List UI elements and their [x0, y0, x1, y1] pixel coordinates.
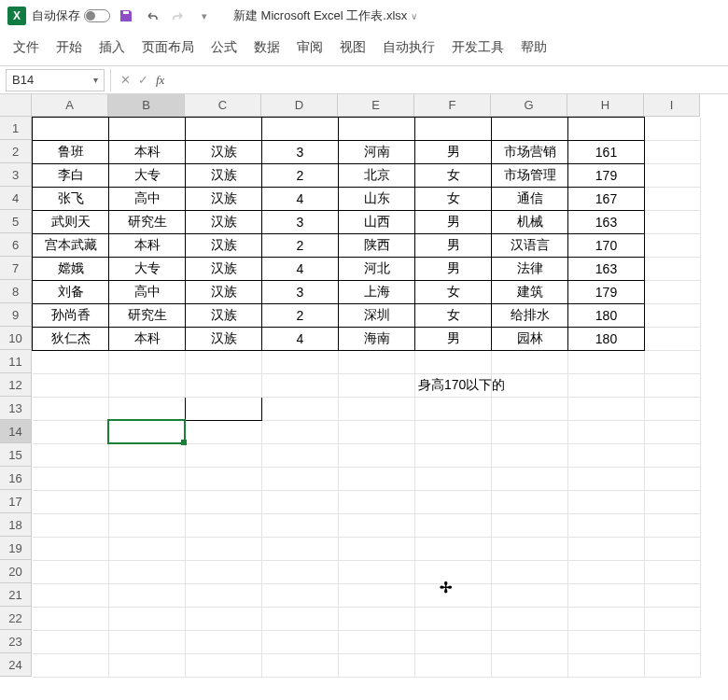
- cell[interactable]: 北京: [339, 164, 415, 188]
- cell[interactable]: [568, 421, 645, 444]
- cell[interactable]: [415, 491, 492, 514]
- cell[interactable]: [109, 584, 186, 608]
- cell[interactable]: [33, 491, 109, 514]
- cell[interactable]: [109, 444, 186, 468]
- cell[interactable]: [186, 491, 262, 514]
- row-header[interactable]: 3: [0, 163, 32, 187]
- cell[interactable]: [339, 491, 415, 514]
- cell[interactable]: [645, 444, 701, 468]
- cell[interactable]: [568, 538, 645, 561]
- cell[interactable]: [33, 351, 109, 374]
- tab-insert[interactable]: 插入: [99, 39, 125, 56]
- cell[interactable]: [645, 538, 701, 561]
- tab-help[interactable]: 帮助: [521, 39, 547, 56]
- cell[interactable]: 男: [415, 328, 492, 351]
- cell[interactable]: [645, 608, 701, 631]
- cell[interactable]: [645, 654, 701, 678]
- cell[interactable]: 山西: [339, 211, 415, 234]
- cell[interactable]: [645, 631, 701, 654]
- cell[interactable]: 179: [568, 281, 645, 304]
- cell[interactable]: [33, 421, 109, 444]
- cell[interactable]: [415, 398, 492, 421]
- cell[interactable]: [492, 538, 568, 561]
- cell[interactable]: [645, 468, 701, 491]
- row-header[interactable]: 15: [0, 443, 32, 467]
- tab-review[interactable]: 审阅: [297, 39, 323, 56]
- cell[interactable]: [645, 211, 701, 234]
- cell[interactable]: [492, 608, 568, 631]
- cell[interactable]: [109, 631, 186, 654]
- fx-icon[interactable]: fx: [152, 73, 168, 88]
- cell[interactable]: [568, 514, 645, 538]
- cell[interactable]: 陕西: [339, 234, 415, 258]
- cell[interactable]: [186, 351, 262, 374]
- cell[interactable]: 机械: [492, 211, 568, 234]
- cell[interactable]: [339, 468, 415, 491]
- cell[interactable]: [568, 444, 645, 468]
- cell[interactable]: [568, 374, 645, 398]
- cell[interactable]: [492, 468, 568, 491]
- cell[interactable]: [492, 514, 568, 538]
- cell[interactable]: [262, 351, 339, 374]
- sheet-grid[interactable]: 姓名学历民族学制籍贯性别专业身高鲁班本科汉族3河南男市场营销161李白大专汉族2…: [32, 117, 701, 678]
- cell[interactable]: 大专: [109, 164, 186, 188]
- cell[interactable]: [568, 491, 645, 514]
- row-header[interactable]: 2: [0, 140, 32, 163]
- cell[interactable]: 2: [262, 304, 339, 328]
- cell[interactable]: [645, 141, 701, 164]
- row-header[interactable]: 5: [0, 210, 32, 233]
- cell[interactable]: [33, 398, 109, 421]
- cell[interactable]: [339, 421, 415, 444]
- cell[interactable]: [339, 631, 415, 654]
- cell[interactable]: [645, 398, 701, 421]
- cell[interactable]: 武则天: [33, 211, 109, 234]
- row-header[interactable]: 24: [0, 653, 32, 677]
- cell[interactable]: [262, 491, 339, 514]
- cell[interactable]: [415, 654, 492, 678]
- cell[interactable]: [109, 351, 186, 374]
- cell[interactable]: [645, 164, 701, 188]
- cell[interactable]: 男: [415, 234, 492, 258]
- cell[interactable]: 汉族: [186, 164, 262, 188]
- row-header[interactable]: 7: [0, 257, 32, 280]
- cell[interactable]: 高中: [109, 281, 186, 304]
- cell[interactable]: [339, 351, 415, 374]
- cell[interactable]: [109, 654, 186, 678]
- cell[interactable]: 180: [568, 328, 645, 351]
- cell[interactable]: [33, 631, 109, 654]
- cell[interactable]: [339, 654, 415, 678]
- chevron-down-icon[interactable]: ▾: [93, 75, 98, 85]
- tab-pagelayout[interactable]: 页面布局: [142, 39, 194, 56]
- cell[interactable]: 女: [415, 188, 492, 211]
- cell[interactable]: 女: [415, 304, 492, 328]
- cell[interactable]: [109, 561, 186, 584]
- cell[interactable]: 170: [568, 234, 645, 258]
- cell[interactable]: [186, 468, 262, 491]
- cell[interactable]: [415, 468, 492, 491]
- cell[interactable]: [109, 538, 186, 561]
- cell[interactable]: 姓名: [109, 398, 186, 421]
- cell[interactable]: [339, 561, 415, 584]
- tab-home[interactable]: 开始: [56, 39, 82, 56]
- cell[interactable]: [339, 444, 415, 468]
- cell[interactable]: 167: [568, 188, 645, 211]
- cell[interactable]: 园林: [492, 328, 568, 351]
- row-header[interactable]: 22: [0, 607, 32, 630]
- row-header[interactable]: 14: [0, 420, 32, 443]
- cell[interactable]: 籍贯: [339, 118, 415, 141]
- row-header[interactable]: 17: [0, 490, 32, 513]
- cell[interactable]: 法律: [492, 258, 568, 281]
- cell[interactable]: [262, 631, 339, 654]
- cell[interactable]: [186, 538, 262, 561]
- cell[interactable]: 学历: [109, 118, 186, 141]
- cell[interactable]: 孙尚香: [33, 304, 109, 328]
- row-header[interactable]: 9: [0, 303, 32, 327]
- cell[interactable]: [109, 514, 186, 538]
- cell[interactable]: [186, 374, 262, 398]
- cell[interactable]: [415, 421, 492, 444]
- cell[interactable]: 汉族: [186, 281, 262, 304]
- cell[interactable]: 籍贯: [186, 398, 262, 421]
- cell[interactable]: 本科: [109, 328, 186, 351]
- cell[interactable]: 汉语言: [492, 234, 568, 258]
- cell[interactable]: 4: [262, 328, 339, 351]
